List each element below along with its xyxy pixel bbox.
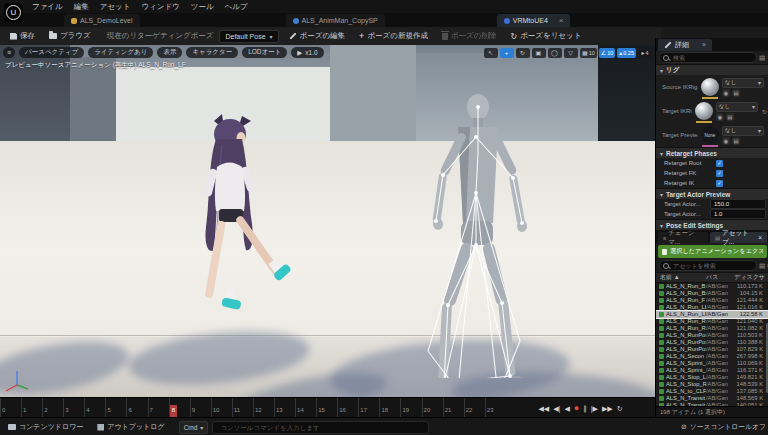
create-pose-button[interactable]: + ポーズの新規作成 bbox=[355, 29, 432, 43]
timeline-frame[interactable]: 15 bbox=[316, 398, 337, 418]
edit-pose-button[interactable]: ポーズの編集 bbox=[285, 29, 350, 43]
console-input[interactable] bbox=[218, 423, 423, 432]
character-dropdown[interactable]: キャラクター bbox=[186, 47, 238, 58]
timeline-frame[interactable]: 13 bbox=[274, 398, 295, 418]
timeline-frame[interactable]: 22 bbox=[464, 398, 485, 418]
perspective-dropdown[interactable]: パースペクティブ bbox=[19, 47, 84, 58]
cmd-dropdown[interactable]: Cmd ▾ bbox=[179, 421, 209, 434]
timeline-frame[interactable]: 1 bbox=[21, 398, 42, 418]
asset-row[interactable]: ALS_N_Transit /AB/Gan 140.051 K bbox=[656, 402, 768, 406]
viewport-tool-button[interactable]: ▴0.25 bbox=[617, 48, 636, 58]
asset-search-input[interactable] bbox=[671, 262, 753, 270]
viewport-menu-button[interactable]: ≡ bbox=[3, 47, 15, 58]
source-ikrig-dropdown[interactable]: なし ▾ bbox=[722, 78, 764, 88]
close-tab-icon[interactable]: × bbox=[559, 16, 564, 25]
viewport-tool-button[interactable]: ▣ bbox=[532, 48, 546, 58]
folder-icon[interactable]: ▤ bbox=[759, 262, 765, 270]
timeline-frame[interactable]: 21 bbox=[443, 398, 464, 418]
timeline-frame[interactable]: 3 bbox=[63, 398, 84, 418]
menu-item[interactable]: ツール bbox=[191, 2, 214, 12]
asset-row[interactable]: ALS_N_RunPos /AB/Gan 110.503 K bbox=[656, 332, 768, 339]
viewport-tool-button[interactable]: ▸4 bbox=[638, 48, 652, 58]
asset-row[interactable]: ALS_N_Run_RF /AB/Gan 121.082 K bbox=[656, 325, 768, 332]
asset-row[interactable]: ALS_N_Run_F /AB/Gan 121.444 K bbox=[656, 297, 768, 304]
browse-to-asset-icon[interactable]: ▤ bbox=[732, 137, 740, 145]
lit-mode-dropdown[interactable]: ライティングあり bbox=[88, 47, 153, 58]
timeline-frame[interactable]: 6 bbox=[126, 398, 147, 418]
asset-row[interactable]: ALS_N_RunPos /AB/Gan 110.388 K bbox=[656, 339, 768, 346]
asset-thumbnail[interactable] bbox=[701, 78, 719, 96]
playback-button[interactable]: ↻ bbox=[617, 405, 623, 412]
menu-item[interactable]: ファイル bbox=[32, 2, 63, 12]
asset-row[interactable]: ALS_N_Sprint_ /AB/Gan 116.371 K bbox=[656, 367, 768, 374]
filter-icon[interactable]: ▤ bbox=[759, 54, 765, 62]
timeline-frame[interactable]: 12 bbox=[253, 398, 274, 418]
details-search-box[interactable] bbox=[659, 52, 757, 63]
unreal-logo[interactable]: U bbox=[4, 3, 23, 22]
timeline-frame[interactable]: 4 bbox=[84, 398, 105, 418]
asset-row[interactable]: ALS_N_Run_LB /AB/Gan 121.016 K bbox=[656, 304, 768, 311]
close-icon[interactable]: × bbox=[702, 41, 706, 48]
asset-row[interactable]: ALS_N_RunPos /AB/Gan 107.829 K bbox=[656, 346, 768, 353]
playback-speed-pill[interactable]: ▶ x1.0 bbox=[291, 47, 323, 58]
3d-viewport[interactable]: ≡ パースペクティブ ライティングあり 表示 キャラクター LODオート ▶ x… bbox=[0, 45, 655, 397]
tab-als-demolevel[interactable]: ALS_DemoLevel bbox=[64, 14, 140, 27]
source-character-mesh[interactable] bbox=[178, 111, 298, 341]
numeric-input[interactable]: 1.0 bbox=[710, 209, 766, 219]
timeline-frame[interactable]: 9 bbox=[190, 398, 211, 418]
output-log-button[interactable]: アウトプットログ bbox=[97, 422, 164, 432]
close-icon[interactable]: × bbox=[758, 234, 762, 241]
timeline-frame[interactable]: 2 bbox=[42, 398, 63, 418]
menu-item[interactable]: ウィンドウ bbox=[141, 2, 179, 12]
timeline-frame[interactable]: 16 bbox=[337, 398, 358, 418]
tab-vrmtoue4-active[interactable]: VRMtoUE4 × bbox=[497, 14, 571, 27]
tab-als-animman-copysp[interactable]: ALS_AnimMan_CopySP bbox=[286, 14, 385, 27]
target-ikrig-dropdown[interactable]: なし ▾ bbox=[716, 102, 758, 112]
asset-row[interactable]: ALS_N_Run_LF /AB/Gan 122.58 K bbox=[656, 311, 768, 318]
playback-button[interactable]: ▶▶ bbox=[602, 405, 613, 412]
menu-item[interactable]: アセット bbox=[100, 2, 131, 12]
viewport-tool-button[interactable]: ↻ bbox=[516, 48, 530, 58]
pose-dropdown[interactable]: Default Pose ▾ bbox=[219, 30, 278, 43]
content-drawer-button[interactable]: コンテンツドロワー bbox=[8, 422, 83, 432]
column-disk-size[interactable]: ディスクサ bbox=[734, 273, 768, 282]
viewport-tool-button[interactable]: ∠10 bbox=[599, 48, 616, 58]
tab-details[interactable]: 詳細 × bbox=[658, 39, 712, 51]
asset-thumbnail[interactable] bbox=[695, 102, 713, 120]
asset-row[interactable]: ALS_N_Transit /AB/Gan 148.569 K bbox=[656, 395, 768, 402]
use-selected-asset-icon[interactable]: ◉ bbox=[722, 137, 730, 145]
timeline-frame[interactable]: 18 bbox=[379, 398, 400, 418]
lod-dropdown[interactable]: LODオート bbox=[242, 47, 287, 58]
viewport-tool-button[interactable]: ▽ bbox=[564, 48, 578, 58]
timeline-frame[interactable]: 17 bbox=[358, 398, 379, 418]
tab-chain-mapping[interactable]: ≡ チェーンマ... bbox=[658, 232, 708, 243]
details-search-input[interactable] bbox=[671, 54, 753, 62]
timeline-frame[interactable]: 14 bbox=[295, 398, 316, 418]
column-path[interactable]: パス bbox=[706, 273, 734, 282]
export-selected-animations-button[interactable]: 選択したアニメーションをエクスポート bbox=[658, 245, 767, 258]
section-target-actor-preview[interactable]: ▾ Target Actor Preview bbox=[656, 188, 768, 199]
timeline-frame[interactable]: 0 bbox=[0, 398, 21, 418]
asset-search-box[interactable] bbox=[659, 260, 757, 271]
asset-row[interactable]: ALS_N_Run_RB /AB/Gan 121.040 K bbox=[656, 318, 768, 325]
asset-row[interactable]: ALS_N_Run_Bx /AB/Gan 104.15 K bbox=[656, 290, 768, 297]
tab-asset-browser[interactable]: ▤ アセットブ... × bbox=[710, 232, 767, 243]
asset-row[interactable]: ALS_N_Sprint_ /AB/Gan 110.069 K bbox=[656, 360, 768, 367]
timeline-frame[interactable]: 11 bbox=[232, 398, 253, 418]
reset-to-default-icon[interactable]: ↻ bbox=[762, 108, 767, 115]
asset-row[interactable]: ALS_N_to_CLF /AB/Gan 137.085 K bbox=[656, 388, 768, 395]
use-selected-asset-icon[interactable]: ◉ bbox=[722, 89, 730, 97]
console-input-box[interactable] bbox=[212, 421, 429, 434]
playback-button[interactable]: ◀◀ bbox=[538, 405, 549, 412]
use-selected-asset-icon[interactable]: ◉ bbox=[716, 113, 724, 121]
asset-row[interactable]: ALS_N_Secon /AB/Gan 267.998 K bbox=[656, 353, 768, 360]
browse-button[interactable]: ブラウズ bbox=[45, 29, 95, 43]
timeline-frame[interactable]: 19 bbox=[400, 398, 421, 418]
show-dropdown[interactable]: 表示 bbox=[157, 47, 182, 58]
numeric-input[interactable]: 150.0 bbox=[710, 199, 766, 209]
playback-button[interactable]: ● bbox=[574, 405, 579, 412]
menu-item[interactable]: ヘルプ bbox=[225, 2, 248, 12]
column-name[interactable]: 名前 ▲ bbox=[656, 273, 706, 282]
delete-pose-button[interactable]: ポーズの削除 bbox=[438, 29, 501, 43]
source-control-button[interactable]: ⊘ ソースコントロールオフ bbox=[681, 422, 766, 432]
